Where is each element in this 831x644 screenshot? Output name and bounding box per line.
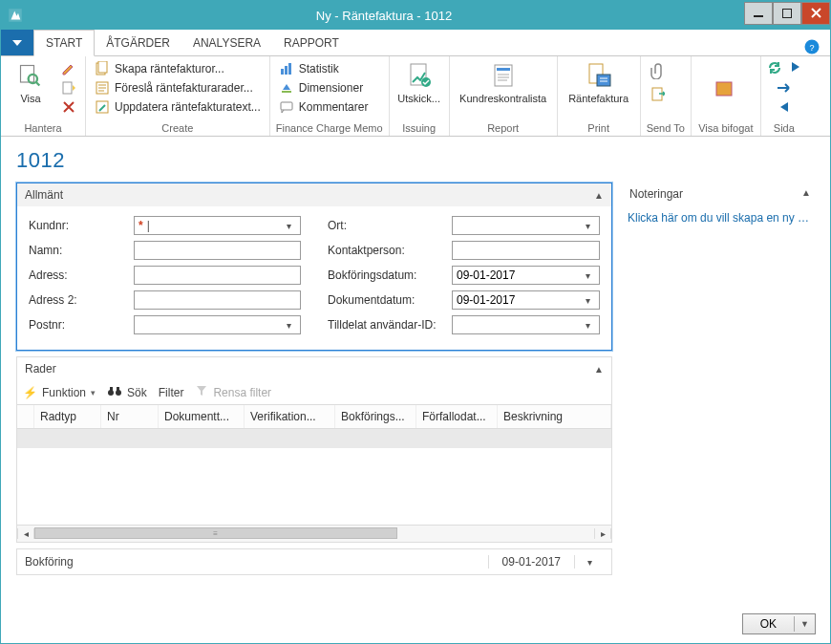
collapse-icon[interactable]: ▲ [801, 187, 811, 201]
svg-rect-1 [782, 9, 792, 18]
bokforingsdatum-input[interactable]: 09-01-2017▾ [452, 266, 600, 285]
dimensioner-button[interactable]: Dimensioner [276, 79, 372, 97]
svg-rect-15 [281, 102, 292, 110]
group-fcm-label: Finance Charge Memo [276, 120, 383, 136]
bokforingsdatum-label: Bokföringsdatum: [328, 268, 452, 282]
maximize-button[interactable] [773, 2, 801, 25]
utskick-button[interactable]: Utskick... [395, 58, 443, 104]
chevron-down-icon[interactable]: ▾ [281, 221, 296, 231]
kontaktperson-input[interactable] [452, 241, 600, 260]
ok-button[interactable]: OK ▼ [742, 613, 816, 634]
filter-button[interactable]: Filter [159, 386, 184, 399]
delete-button[interactable] [58, 98, 79, 116]
expand-icon[interactable]: ▾ [575, 557, 604, 568]
titlebar: Ny - Räntefaktura - 1012 [1, 1, 830, 30]
next-page-icon[interactable] [790, 60, 801, 78]
stats-icon [279, 61, 294, 76]
svg-rect-12 [285, 66, 288, 75]
funktion-menu[interactable]: ⚡Funktion▾ [23, 386, 96, 399]
refresh-icon[interactable] [767, 60, 782, 78]
table-row[interactable] [17, 429, 611, 448]
svg-rect-0 [754, 15, 763, 17]
col-radtyp[interactable]: Radtyp [34, 405, 101, 428]
collapse-icon[interactable]: ▲ [594, 190, 604, 201]
svg-text:?: ? [809, 43, 814, 53]
visa-button[interactable]: Visa [7, 58, 54, 104]
col-beskrivning[interactable]: Beskrivning [498, 405, 611, 428]
col-dokument[interactable]: Dokumentt... [159, 405, 245, 428]
postnr-label: Postnr: [29, 318, 134, 332]
scrollbar-thumb[interactable]: ≡ [34, 527, 397, 539]
col-bokforings[interactable]: Bokförings... [335, 405, 416, 428]
dokumentdatum-label: Dokumentdatum: [328, 293, 452, 307]
namn-label: Namn: [29, 244, 134, 257]
print-doc-icon [584, 60, 614, 91]
prev-page-icon[interactable] [778, 100, 790, 117]
horizontal-scrollbar[interactable]: ◂ ≡ ▸ [17, 525, 611, 542]
chevron-down-icon[interactable]: ▾ [281, 320, 296, 331]
paperclip-icon [650, 63, 665, 78]
minimize-button[interactable] [744, 2, 773, 25]
svg-rect-23 [716, 82, 732, 96]
chevron-down-icon[interactable]: ▾ [580, 320, 595, 331]
tab-start[interactable]: START [33, 30, 95, 56]
chevron-down-icon[interactable]: ▾ [580, 221, 595, 231]
grid-body[interactable] [17, 429, 611, 525]
edit-button[interactable] [58, 60, 79, 77]
kommentarer-button[interactable]: Kommentarer [276, 98, 372, 116]
tilldelat-anvandar-input[interactable]: ▾ [452, 315, 600, 334]
new-button[interactable] [58, 79, 79, 97]
group-sida-label: Sida [767, 120, 801, 136]
attach-icon-button[interactable] [647, 62, 668, 79]
application-menu-button[interactable] [1, 30, 33, 55]
ort-input[interactable]: ▾ [452, 216, 600, 235]
tilldelat-label: Tilldelat användar-ID: [328, 318, 452, 332]
panel-rader: Rader ▲ ⚡Funktion▾ Sök Filter Rensa filt… [16, 356, 612, 543]
svg-rect-27 [117, 387, 119, 391]
statistik-button[interactable]: Statistik [276, 60, 372, 77]
adress2-input[interactable] [134, 290, 301, 310]
dim-icon [279, 80, 294, 96]
svg-rect-13 [288, 63, 291, 75]
tab-atgarder[interactable]: ÅTGÄRDER [95, 31, 181, 55]
adress2-label: Adress 2: [29, 293, 134, 307]
col-verifikation[interactable]: Verifikation... [245, 405, 335, 428]
scroll-left-button[interactable]: ◂ [17, 528, 34, 539]
collapse-icon[interactable]: ▲ [594, 364, 604, 375]
col-forfallodat[interactable]: Förfallodat... [416, 405, 498, 428]
tab-analysera[interactable]: ANALYSERA [181, 31, 272, 55]
postnr-input[interactable]: ▾ [134, 315, 301, 334]
panel-allmant: Allmänt ▲ Kundnr: *▾ Namn: [16, 182, 612, 351]
adress-input[interactable] [134, 266, 301, 285]
skapa-rantefakturor-button[interactable]: Skapa räntefakturor... [92, 60, 264, 77]
chevron-down-icon[interactable]: ▾ [580, 295, 595, 306]
tab-rapport[interactable]: RAPPORT [272, 31, 351, 55]
dokumentdatum-input[interactable]: 09-01-2017▾ [452, 290, 600, 310]
panel-bokforing: Bokföring 09-01-2017 ▾ [16, 548, 612, 575]
app-icon [7, 7, 24, 24]
kontakt-label: Kontaktperson: [328, 244, 452, 257]
help-icon[interactable]: ? [803, 38, 820, 55]
group-sendto-label: Send To [647, 120, 685, 136]
close-button[interactable] [801, 2, 830, 25]
rensa-filter-button[interactable]: Rensa filter [195, 384, 271, 400]
group-issuing-label: Issuing [395, 120, 443, 136]
ok-dropdown[interactable]: ▼ [794, 616, 815, 632]
attachment-block-icon[interactable] [714, 78, 737, 100]
kundnr-input[interactable]: *▾ [134, 216, 301, 235]
foresla-rader-button[interactable]: Föreslå räntefakturarader... [92, 79, 264, 97]
create-note-link[interactable]: Klicka här om du vill skapa en ny an... [626, 205, 815, 228]
ribbon-body: Visa Hantera Skapa räntefakturor... Före… [1, 56, 830, 137]
svg-rect-26 [110, 387, 113, 391]
export-icon-button[interactable] [647, 85, 668, 102]
col-nr[interactable]: Nr [101, 405, 159, 428]
scroll-right-button[interactable]: ▸ [594, 528, 611, 539]
forward-arrow-icon[interactable] [776, 82, 793, 97]
namn-input[interactable] [134, 241, 301, 260]
rantefaktura-print-button[interactable]: Räntefaktura [564, 58, 634, 104]
sok-button[interactable]: Sök [107, 384, 147, 400]
kundreskontralista-button[interactable]: Kundreskontralista [456, 58, 551, 104]
uppdatera-text-button[interactable]: Uppdatera räntefakturatext... [92, 98, 264, 116]
panel-allmant-title: Allmänt [25, 188, 63, 202]
chevron-down-icon[interactable]: ▾ [580, 270, 595, 281]
